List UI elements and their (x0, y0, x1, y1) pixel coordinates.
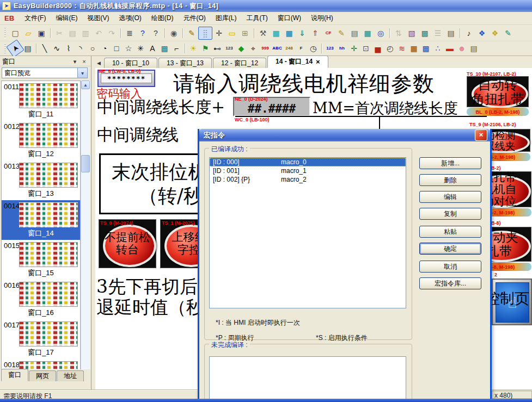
push-button-auto-corner[interactable]: 自动转 角扭扎带 (467, 76, 529, 107)
canvas-title-text[interactable]: 请输入调绕线电机祥细参数 (173, 69, 435, 98)
dialog-button[interactable]: 删除 (419, 174, 481, 186)
move-shape-icon[interactable]: ✛ (348, 42, 360, 54)
window-list-item[interactable]: 0012 窗口_12 (2, 121, 80, 160)
separator[interactable] (252, 27, 256, 39)
data-transfer-icon[interactable]: ⊡ (360, 42, 372, 54)
dialog-button[interactable]: 粘贴 (419, 226, 481, 238)
context-help-icon[interactable]: ? (149, 27, 162, 39)
simulate-online-icon[interactable]: ▦ (283, 27, 296, 39)
window-tab[interactable]: 10 - 窗口_10 (104, 58, 157, 68)
window-tab[interactable]: 13 - 窗口_13 (158, 58, 212, 68)
text-icon[interactable]: A (146, 42, 158, 54)
shape-manager-icon[interactable]: ☰ (431, 27, 444, 39)
scale-icon[interactable]: ✳ (134, 42, 146, 54)
memo-icon[interactable]: ✎ (502, 27, 515, 39)
delay-value-text[interactable]: 3先下再切后 退延时值（秒 (96, 276, 204, 318)
sound-library-icon[interactable]: ♪ (462, 27, 475, 39)
menu-item[interactable]: 图库(L) (211, 12, 242, 24)
grid-icon[interactable]: ⣿ (198, 27, 212, 40)
window-list-item[interactable]: 0015 窗口_15 (2, 240, 80, 280)
system-message-icon[interactable]: ⇅ (392, 27, 405, 39)
separator[interactable] (48, 27, 53, 39)
menu-item[interactable]: 编辑(E) (51, 12, 82, 24)
picture-icon[interactable]: ▩ (158, 42, 170, 54)
separator[interactable] (162, 27, 167, 39)
bar-graph-icon[interactable]: ▅ (372, 42, 384, 54)
sidebar-tab[interactable]: 地址 (57, 370, 84, 381)
arc-icon[interactable]: ◝ (75, 42, 87, 54)
bit-lamp-icon[interactable]: ☀ (187, 42, 199, 54)
not-compiled-listbox[interactable] (209, 356, 406, 402)
function-key-icon[interactable]: ◆ (235, 42, 247, 54)
layers-icon[interactable]: ⊞ (239, 27, 252, 39)
dialog-button[interactable]: 编辑 (419, 191, 481, 203)
trend-display-icon[interactable]: ≋ (396, 42, 408, 54)
sidebar-tab[interactable]: 网页 (29, 370, 56, 381)
simulate-offline-icon[interactable]: ▦ (270, 27, 283, 39)
scroll-thumb[interactable] (81, 155, 90, 172)
macro-listbox[interactable]: [ID : 000] macro_0 [ID : 001] macro_1 [I… (209, 157, 406, 308)
line-icon[interactable]: ╲ (39, 42, 51, 54)
toolbox-icon[interactable]: ⚒ (256, 27, 270, 39)
tag-library-icon[interactable]: ❖ (488, 27, 502, 39)
time-display-icon[interactable]: hh (336, 42, 348, 54)
dialog-button[interactable]: 宏指令库... (419, 277, 481, 289)
scroll-up-icon[interactable]: ▲ (81, 81, 90, 89)
print-icon[interactable]: ≣ (123, 27, 136, 39)
separator[interactable] (182, 42, 187, 54)
window-bar-icon[interactable]: ▭ (225, 27, 239, 39)
window-list-item[interactable]: 0016 窗口_16 (2, 280, 80, 319)
dialog-title-bar[interactable]: 宏指令 × (199, 129, 490, 141)
chevron-down-icon[interactable]: ▾ (70, 57, 80, 66)
picture-manager-icon[interactable]: ▩ (418, 27, 431, 39)
menu-item[interactable]: 视图(V) (82, 12, 114, 24)
separator[interactable] (118, 27, 123, 39)
alarm-bar-icon[interactable]: ▬ (444, 42, 456, 54)
separator[interactable] (180, 27, 185, 39)
menu-item[interactable]: 工具(T) (241, 12, 272, 24)
sidebar-tab[interactable]: 窗口 (1, 369, 28, 381)
paste-icon[interactable]: ▥ (79, 27, 92, 39)
frame-icon[interactable]: ⌐ (170, 42, 182, 54)
open-icon[interactable]: ▱ (22, 27, 35, 39)
macro_0[interactable]: [ID : 000] macro_0 (210, 158, 406, 166)
window-list-item[interactable]: 0011 窗口_11 (2, 81, 80, 121)
close-icon[interactable]: × (475, 129, 487, 141)
new-icon[interactable]: ▢ (9, 27, 22, 39)
polyline-icon[interactable]: ⌇ (63, 42, 75, 54)
preview-mode-select[interactable]: 窗口预览 ▾ (2, 67, 88, 78)
set-word-icon[interactable]: 123 (223, 42, 235, 54)
menu-item[interactable]: 说明(H) (306, 12, 338, 24)
window-tab[interactable]: 12 - 窗口_12 (213, 58, 266, 68)
control-page-text[interactable]: 控制页 (485, 289, 529, 308)
redo-icon[interactable]: ↷ (105, 27, 118, 39)
meter-display-icon[interactable]: ◴ (384, 42, 396, 54)
macro-icon[interactable]: ✎ (335, 27, 348, 39)
direct-window-icon[interactable]: F (295, 42, 307, 54)
pen-icon[interactable]: ✎ (185, 27, 198, 39)
label-library-icon[interactable]: ❖ (475, 27, 488, 39)
numeric-input-icon[interactable]: 999 (259, 42, 271, 54)
picture-view-icon[interactable]: ▩ (420, 42, 432, 54)
save-icon[interactable]: ▣ (35, 27, 48, 39)
cut-icon[interactable]: ✂ (53, 27, 66, 39)
macro_2[interactable]: [ID : 002] {P} macro_2 (210, 175, 406, 184)
menu-item[interactable]: 元件(O) (178, 12, 210, 24)
copy-icon[interactable]: ▤ (66, 27, 79, 39)
history-table-icon[interactable]: ▦ (408, 42, 420, 54)
csv-icon[interactable]: ▤ (348, 27, 361, 39)
find-address-icon[interactable]: ◉ (167, 27, 180, 39)
middle-coil-text[interactable]: 中间调绕线 (97, 124, 179, 146)
window-list-item[interactable]: 0014 窗口_14 (2, 200, 80, 240)
dialog-button[interactable]: 复制 (419, 208, 481, 220)
operator-icon[interactable]: ☻ (456, 42, 468, 54)
xy-plot-icon[interactable]: ∴ (432, 42, 444, 54)
pie-icon[interactable]: ◔ (99, 42, 111, 54)
chevron-down-icon[interactable]: ▾ (77, 68, 87, 78)
sidebar-scrollbar[interactable]: ▲ ▼ (81, 81, 90, 378)
ascii-input-icon[interactable]: ABC (271, 42, 283, 54)
bezier-icon[interactable]: ∿ (51, 42, 63, 54)
separator[interactable] (319, 42, 324, 54)
set-bit-icon[interactable]: ⊷ (211, 42, 223, 54)
cf-card-icon[interactable]: CF (322, 27, 335, 39)
